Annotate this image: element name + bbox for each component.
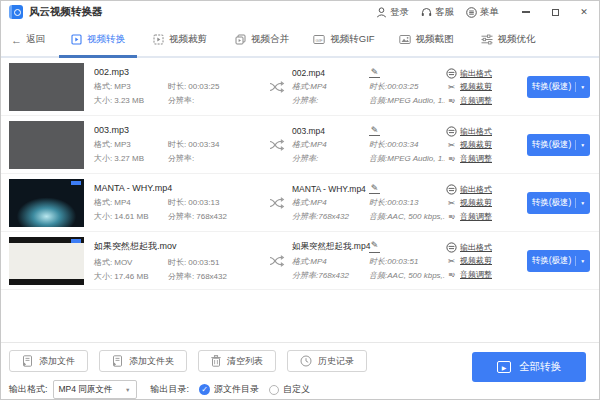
convert-direction-button[interactable] [262,81,292,93]
scissors-icon: ✂ [446,82,457,92]
source-filename: 002.mp3 [94,67,262,77]
app-logo-icon [9,5,23,19]
output-info: 002.mp4 ✎ 格式:MP4 时长:00:03:25 分辨率: 音频:MPE… [292,68,446,106]
output-format-value: MP4 [310,82,326,91]
customer-service-button[interactable]: 客服 [421,6,454,19]
menu-label: 菜单 [480,6,499,19]
close-button[interactable]: ✕ [577,5,591,19]
convert-dropdown-icon[interactable]: ▼ [575,256,585,266]
duration-value: 00:03:34 [188,140,219,149]
convert-all-button[interactable]: ▶ 全部转换 [472,352,586,382]
audio-adjust-link[interactable]: ≡♪ 音频调整 [446,269,506,280]
row-actions: 输出格式 ✂ 视频裁剪 ≡♪ 音频调整 [446,181,506,224]
audio-note-icon: ≡♪ [446,96,457,105]
audio-label: 音频: [369,96,387,105]
edit-output-name-button[interactable]: ✎ [369,184,380,194]
format-value: MP3 [114,82,130,91]
duration-value: 00:03:51 [188,258,219,267]
output-audio-value: AAC, 500 kbps,... [387,271,445,280]
convert-button[interactable]: 转换(极速) ▼ [527,192,590,214]
output-format-label: 输出格式 [460,126,492,137]
add-file-button[interactable]: 添加文件 [9,350,88,372]
tab-video-merge[interactable]: 视频合并 [221,23,303,56]
convert-direction-button[interactable] [262,197,292,209]
audio-adjust-link[interactable]: ≡♪ 音频调整 [446,153,506,164]
convert-dropdown-icon[interactable]: ▼ [575,198,585,208]
scissors-icon: ✂ [446,256,457,266]
audio-adjust-link[interactable]: ≡♪ 音频调整 [446,211,506,222]
output-format-select[interactable]: MP4 同原文件 ▼ [53,380,137,399]
output-format-value: MP4 [310,140,326,149]
login-button[interactable]: 登录 [376,6,409,19]
video-gif-icon: GIF [313,34,325,45]
source-dir-radio[interactable]: ✓ 源文件目录 [199,383,259,396]
convert-dropdown-icon[interactable]: ▼ [575,140,585,150]
size-label: 大小: [94,154,112,163]
user-icon [376,7,387,18]
back-button[interactable]: ← 返回 [1,23,55,56]
duration-label: 时长: [168,198,186,207]
tab-video-screenshot[interactable]: 视频截图 [385,23,467,56]
size-value: 17.46 MB [114,272,148,281]
audio-note-icon: ≡♪ [446,212,457,221]
nav-bar: ← 返回 视频转换 视频裁剪 [1,23,599,58]
tab-video-to-gif[interactable]: GIF 视频转GIF [303,23,385,56]
output-format-value: MP4 [310,257,326,266]
tab-video-convert[interactable]: 视频转换 [57,23,139,56]
format-label: 格式: [292,82,310,91]
resolution-label: 分辨率: [168,154,194,163]
source-meta: 格式:MP3 时长:00:03:34 大小:3.27 MB 分辨率: [94,139,262,164]
edit-output-name-button[interactable]: ✎ [369,68,380,78]
file-thumbnail [9,63,84,111]
audio-label: 音频: [369,154,387,163]
add-folder-button[interactable]: 添加文件夹 [99,350,187,372]
convert-button[interactable]: 转换(极速) ▼ [527,76,590,98]
svg-text:GIF: GIF [316,38,323,43]
custom-dir-radio[interactable]: 自定义 [269,383,310,396]
video-optimize-icon [481,34,493,45]
custom-dir-option-label: 自定义 [283,383,310,396]
output-dir-label: 输出目录: [151,383,190,396]
video-crop-link[interactable]: ✂ 视频裁剪 [446,255,506,266]
video-crop-icon [153,34,164,45]
audio-label: 音频: [369,212,387,221]
audio-label: 音频: [369,271,387,280]
video-crop-link[interactable]: ✂ 视频裁剪 [446,81,506,92]
audio-adjust-link[interactable]: ≡♪ 音频调整 [446,95,506,106]
output-format-label: 输出格式 [460,242,492,253]
history-button[interactable]: 历史记录 [287,350,367,372]
convert-button[interactable]: 转换(极速) ▼ [527,250,590,272]
edit-output-name-button[interactable]: ✎ [369,126,380,136]
clear-list-button[interactable]: 清空列表 [198,350,276,372]
resolution-label: 分辨率: [292,271,318,280]
video-crop-link[interactable]: ✂ 视频裁剪 [446,139,506,150]
duration-label: 时长: [369,140,387,149]
resolution-label: 分辨率: [292,96,318,105]
output-format-label: 输出格式 [460,184,492,195]
format-label: 格式: [292,140,310,149]
shuffle-icon [269,255,285,267]
video-crop-label: 视频裁剪 [460,81,492,92]
tab-video-optimize[interactable]: 视频优化 [467,23,549,56]
file-thumbnail [9,121,84,169]
convert-direction-button[interactable] [262,139,292,151]
output-format-link[interactable]: 输出格式 [446,68,506,79]
output-format-link[interactable]: 输出格式 [446,126,506,137]
size-value: 3.27 MB [114,154,144,163]
maximize-button[interactable] [548,5,562,19]
output-format-link[interactable]: 输出格式 [446,184,506,195]
output-format-link[interactable]: 输出格式 [446,242,506,253]
minimize-button[interactable] [519,5,533,19]
size-value: 3.23 MB [114,96,144,105]
tab-video-crop[interactable]: 视频裁剪 [139,23,221,56]
convert-dropdown-icon[interactable]: ▼ [575,82,585,92]
menu-button[interactable]: 菜单 [466,6,499,19]
scissors-icon: ✂ [446,198,457,208]
source-filename: 如果突然想起我.mov [94,240,262,253]
convert-button[interactable]: 转换(极速) ▼ [527,134,590,156]
close-icon: ✕ [580,7,588,17]
edit-output-name-button[interactable]: ✎ [369,241,380,253]
size-value: 14.61 MB [114,212,148,221]
convert-direction-button[interactable] [262,255,292,267]
video-crop-link[interactable]: ✂ 视频裁剪 [446,197,506,208]
